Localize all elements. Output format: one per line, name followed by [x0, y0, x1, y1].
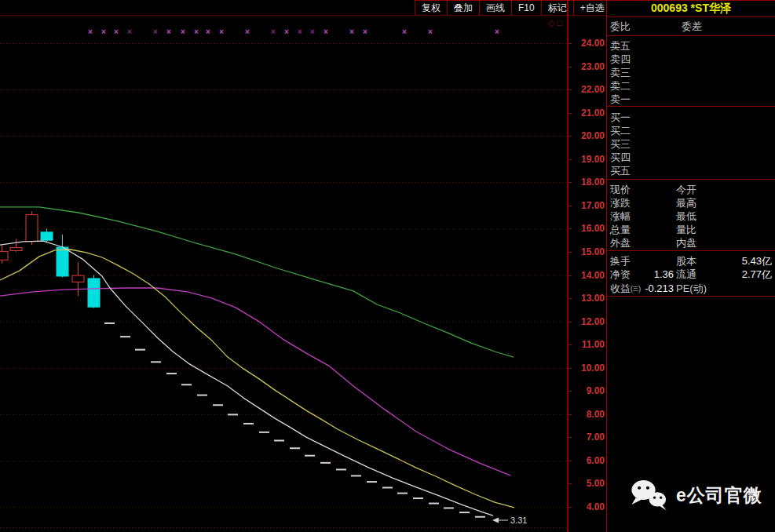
event-marker-icon[interactable]: ×	[101, 27, 106, 36]
sell-level-row[interactable]: 卖三	[607, 66, 775, 79]
buy-level-row[interactable]: 买二	[607, 124, 775, 137]
info-label: 量比	[676, 223, 696, 236]
candle-body[interactable]	[88, 279, 100, 307]
toolbar-button[interactable]: 画线	[479, 1, 511, 15]
candle-body[interactable]	[0, 251, 8, 260]
axis-tick-label: 7.00	[587, 432, 605, 443]
buy-level-row[interactable]: 买五	[607, 164, 775, 177]
order-book-header: 委比委差	[607, 20, 775, 33]
axis-tick-label: 22.00	[581, 84, 605, 95]
axis-tick-label: 20.00	[581, 130, 605, 141]
candlesticks	[0, 211, 100, 308]
buy-level-row[interactable]: 买四	[607, 151, 775, 164]
event-marker-icon[interactable]: ×	[298, 27, 302, 36]
limit-down-candle[interactable]	[459, 512, 470, 513]
event-marker-icon[interactable]: ×	[88, 27, 93, 36]
limit-down-candle[interactable]	[444, 507, 454, 508]
limit-down-candle[interactable]	[290, 447, 300, 449]
limit-down-candle[interactable]	[382, 486, 393, 488]
event-marker-icon[interactable]: ×	[153, 27, 158, 36]
axis-tick-mark	[568, 182, 572, 183]
sell-level-row[interactable]: 卖二	[607, 79, 775, 93]
limit-down-candle[interactable]	[135, 349, 145, 351]
limit-down-candle[interactable]	[120, 336, 130, 337]
event-marker-icon[interactable]: ×	[363, 27, 367, 36]
ma-magenta-line	[0, 288, 510, 476]
event-marker-icon[interactable]: ×	[219, 27, 224, 36]
event-marker-icon[interactable]: ×	[127, 27, 132, 36]
limit-down-dashes	[104, 322, 485, 518]
limit-down-candle[interactable]	[259, 432, 269, 433]
candle-body[interactable]	[10, 248, 22, 251]
limit-down-candle[interactable]	[429, 503, 439, 505]
event-marker-icon[interactable]: ×	[310, 27, 315, 36]
sell-level-row[interactable]: 卖五	[607, 39, 775, 53]
axis-tick-mark	[568, 43, 572, 44]
buy-level-label: 买三	[610, 137, 631, 151]
diamond-icon[interactable]: ◇	[548, 18, 557, 27]
panel-separator	[607, 296, 775, 297]
limit-down-candle[interactable]	[320, 462, 331, 464]
candle-body[interactable]	[41, 232, 53, 240]
axis-tick-label: 14.00	[581, 270, 605, 281]
event-marker-icon[interactable]: ×	[284, 27, 289, 36]
candle-body[interactable]	[57, 247, 68, 276]
watermark-text: e公司官微	[676, 483, 762, 508]
limit-down-candle[interactable]	[367, 481, 377, 483]
toolbar-button[interactable]: 复权	[415, 1, 447, 15]
event-marker-icon[interactable]: ×	[245, 27, 250, 36]
event-marker-icon[interactable]: ×	[349, 27, 354, 36]
wechat-icon	[627, 478, 670, 512]
limit-down-candle[interactable]	[397, 493, 408, 494]
limit-down-candle[interactable]	[166, 373, 177, 374]
info-label: 涨跌	[610, 196, 631, 210]
chart-corner-icons: ◇□	[548, 18, 565, 28]
limit-down-candle[interactable]	[228, 414, 238, 415]
limit-down-candle[interactable]	[351, 475, 361, 476]
limit-down-candle[interactable]	[181, 384, 192, 385]
event-marker-icon[interactable]: ×	[206, 27, 210, 36]
buy-level-row[interactable]: 买三	[607, 137, 775, 151]
axis-tick-label: 16.00	[581, 223, 605, 234]
price-axis: 24.0023.0022.0021.0020.0019.0018.0017.00…	[568, 0, 607, 532]
event-marker-icon[interactable]: ×	[428, 27, 433, 36]
toolbar-button[interactable]: F10	[511, 1, 541, 15]
event-marker-icon[interactable]: ×	[114, 27, 119, 36]
limit-down-candle[interactable]	[274, 439, 284, 441]
axis-tick-label: 23.00	[581, 61, 605, 72]
event-marker-icon[interactable]: ×	[324, 27, 328, 36]
limit-down-candle[interactable]	[475, 516, 485, 518]
limit-down-candle[interactable]	[305, 455, 315, 457]
window-icon[interactable]: □	[557, 18, 565, 27]
sell-level-row[interactable]: 卖四	[607, 53, 775, 66]
axis-tick-label: 11.00	[582, 339, 605, 350]
limit-down-candle[interactable]	[336, 468, 346, 470]
event-marker-icon[interactable]: ×	[495, 27, 499, 36]
axis-tick-mark	[568, 391, 572, 392]
axis-tick-mark	[568, 252, 572, 253]
axis-tick-label: 17.00	[581, 200, 605, 211]
candle-body[interactable]	[26, 215, 38, 242]
axis-tick-label: 8.00	[587, 409, 605, 420]
limit-down-candle[interactable]	[197, 395, 207, 396]
info-label: 外盘	[610, 236, 631, 250]
limit-down-candle[interactable]	[243, 423, 254, 425]
limit-down-candle[interactable]	[413, 497, 423, 499]
limit-down-candle[interactable]	[104, 322, 115, 324]
event-marker-icon[interactable]: ×	[181, 27, 185, 36]
candle-body[interactable]	[72, 275, 84, 282]
event-marker-icon[interactable]: ×	[271, 27, 276, 36]
panel-separator	[607, 35, 775, 36]
sell-level-row[interactable]: 卖一	[607, 93, 775, 106]
event-marker-icon[interactable]: ×	[402, 27, 407, 36]
toolbar-button[interactable]: 叠加	[447, 1, 479, 15]
quote-info-row: 涨跌最高	[607, 196, 775, 210]
buy-level-row[interactable]: 买一	[607, 111, 775, 124]
limit-down-candle[interactable]	[213, 404, 223, 406]
kline-chart[interactable]: ×××××××××××××××××××××3.31	[0, 0, 568, 532]
limit-down-candle[interactable]	[151, 361, 161, 363]
event-marker-icon[interactable]: ×	[166, 27, 171, 36]
axis-tick-label: 10.00	[581, 363, 605, 373]
sell-level-label: 卖五	[610, 39, 631, 53]
event-marker-icon[interactable]: ×	[194, 27, 199, 36]
